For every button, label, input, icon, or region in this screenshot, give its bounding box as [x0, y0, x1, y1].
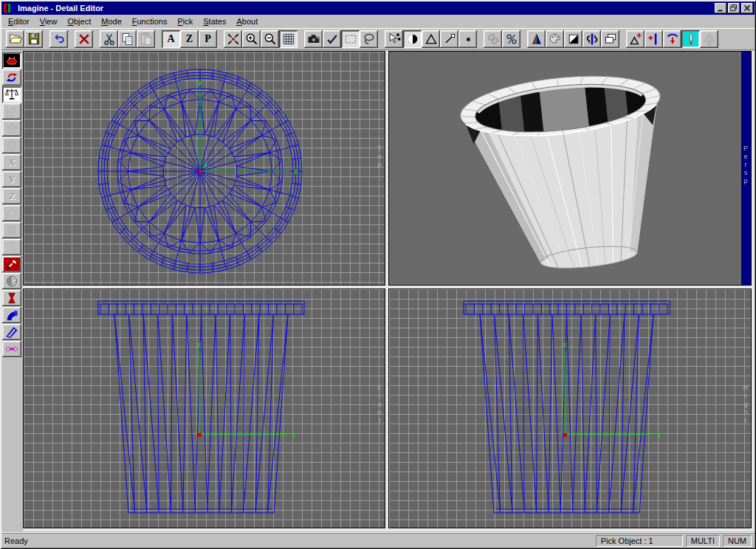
- lasso-select-button[interactable]: [360, 30, 378, 48]
- quick-render-rocket-button[interactable]: [681, 30, 700, 48]
- minimize-button[interactable]: [715, 3, 726, 13]
- add-axis-button[interactable]: [645, 30, 663, 48]
- copy-icon: [120, 32, 135, 46]
- pick-faces-button[interactable]: [422, 30, 440, 48]
- window-title: Imagine - Detail Editor: [18, 4, 715, 13]
- mode-attributes-button[interactable]: A: [162, 30, 180, 48]
- toolbar-group: [75, 30, 93, 48]
- shear-tool-button[interactable]: [2, 324, 21, 340]
- viewport-persp-active-strip: Persp: [741, 52, 751, 285]
- pliers-icon: [4, 240, 19, 255]
- viewport-right-label: Right: [742, 384, 749, 425]
- nudge-tool-button[interactable]: [2, 205, 21, 221]
- toggle-grid-button[interactable]: [279, 30, 298, 48]
- taper-tool-button[interactable]: [2, 290, 21, 306]
- mode-pan-button[interactable]: P: [199, 30, 217, 48]
- snapshot-camera-button[interactable]: [304, 30, 323, 48]
- status-indicator-multi: MULTI: [686, 535, 720, 547]
- zoom-in-button[interactable]: [242, 30, 261, 48]
- menu-about[interactable]: About: [231, 15, 263, 27]
- confirm-check-button[interactable]: [323, 30, 341, 48]
- delete-button[interactable]: [75, 30, 93, 48]
- close-icon: [743, 4, 752, 13]
- link-chain-button[interactable]: [484, 30, 502, 48]
- open-button[interactable]: [6, 30, 24, 48]
- menu-mode[interactable]: Mode: [96, 15, 127, 27]
- palette-button[interactable]: [546, 30, 564, 48]
- viewport-front-label: Front: [376, 384, 383, 425]
- svg-text:z: z: [563, 341, 566, 348]
- status-indicator-num: NUM: [723, 535, 752, 547]
- x-constraint-label: X: [8, 156, 15, 168]
- z-constraint-button[interactable]: Z: [2, 188, 21, 204]
- paste-button[interactable]: [137, 30, 155, 48]
- pickarrow-icon: [387, 32, 402, 46]
- texture-sphere-tool-button[interactable]: [2, 273, 21, 289]
- svg-text:z: z: [197, 341, 201, 348]
- pageflip-icon: [566, 32, 581, 46]
- mode-pan-label: P: [205, 33, 211, 45]
- vp-right-drawing: zy: [389, 289, 752, 528]
- viewport-persp[interactable]: Persp: [388, 51, 752, 286]
- cone-icon: [529, 32, 544, 46]
- page-flip-button[interactable]: [564, 30, 583, 48]
- rotate-view-button[interactable]: [583, 30, 601, 48]
- title-bar[interactable]: Imagine - Detail Editor: [1, 1, 755, 15]
- add-face-button[interactable]: [626, 30, 645, 48]
- zoom-out-button[interactable]: [261, 30, 279, 48]
- menu-functions[interactable]: Functions: [127, 15, 173, 27]
- save-button[interactable]: [24, 30, 43, 48]
- bend-tool-button[interactable]: [2, 239, 21, 255]
- world-tool-button[interactable]: [2, 222, 21, 238]
- spheretex-icon: [4, 274, 19, 289]
- globe-icon: [4, 223, 19, 238]
- menu-view[interactable]: View: [35, 15, 63, 27]
- viewport-persp-label: Persp: [742, 145, 749, 185]
- rgb-cone-button[interactable]: [527, 30, 546, 48]
- hierarchy-tree-button[interactable]: [700, 30, 718, 48]
- x-constraint-button[interactable]: X: [2, 154, 21, 170]
- save-icon: [27, 32, 41, 46]
- drop-curve-button[interactable]: [663, 30, 681, 48]
- svg-text:y: y: [198, 78, 202, 86]
- mode-zoom-button[interactable]: Z: [180, 30, 199, 48]
- copy-button[interactable]: [118, 30, 137, 48]
- viewport-right[interactable]: Right zy: [388, 289, 752, 528]
- camera-icon: [306, 32, 321, 46]
- cascade-windows-button[interactable]: [601, 30, 619, 48]
- viewport-front[interactable]: Front zx: [23, 289, 385, 528]
- restore-button[interactable]: [728, 3, 740, 13]
- home-view-button[interactable]: [2, 120, 21, 137]
- rotate-tool-button[interactable]: [2, 69, 21, 86]
- paste-icon: [139, 32, 154, 46]
- menu-states[interactable]: States: [198, 15, 231, 27]
- pick-points-button[interactable]: [458, 30, 477, 48]
- pick-sphere-button[interactable]: [403, 30, 422, 48]
- marquee-select-button[interactable]: [341, 30, 360, 48]
- pick-object-mode-button[interactable]: [2, 52, 21, 69]
- undo-button[interactable]: [49, 30, 68, 48]
- fit-icon: [226, 32, 241, 46]
- repair-tool-button[interactable]: [2, 256, 21, 272]
- percent-snap-button[interactable]: [502, 30, 520, 48]
- scale-tool-button[interactable]: [2, 86, 21, 103]
- y-constraint-button[interactable]: Y: [2, 171, 21, 187]
- zoomout-icon: [263, 32, 278, 46]
- pick-select-arrow-button[interactable]: [385, 30, 403, 48]
- menu-object[interactable]: Object: [62, 15, 96, 27]
- tool-sidebar: XYZ: [1, 51, 23, 533]
- menu-editor[interactable]: Editor: [3, 15, 35, 27]
- menu-pick[interactable]: Pick: [172, 15, 198, 27]
- zoom-fit-button[interactable]: [224, 30, 242, 48]
- cut-button[interactable]: [100, 30, 118, 48]
- delete-icon: [77, 32, 92, 46]
- move-tool-button[interactable]: [2, 103, 21, 120]
- pipe-tool-button[interactable]: [2, 307, 21, 323]
- pick-edges-button[interactable]: [440, 30, 458, 48]
- mirror-tool-button[interactable]: [2, 341, 21, 357]
- viewport-top[interactable]: Top yxz: [23, 51, 385, 286]
- cascade-icon: [603, 32, 618, 46]
- close-button[interactable]: [741, 3, 753, 13]
- main-toolbar: AZP: [1, 28, 755, 50]
- sphere-primitive-button[interactable]: [2, 137, 21, 153]
